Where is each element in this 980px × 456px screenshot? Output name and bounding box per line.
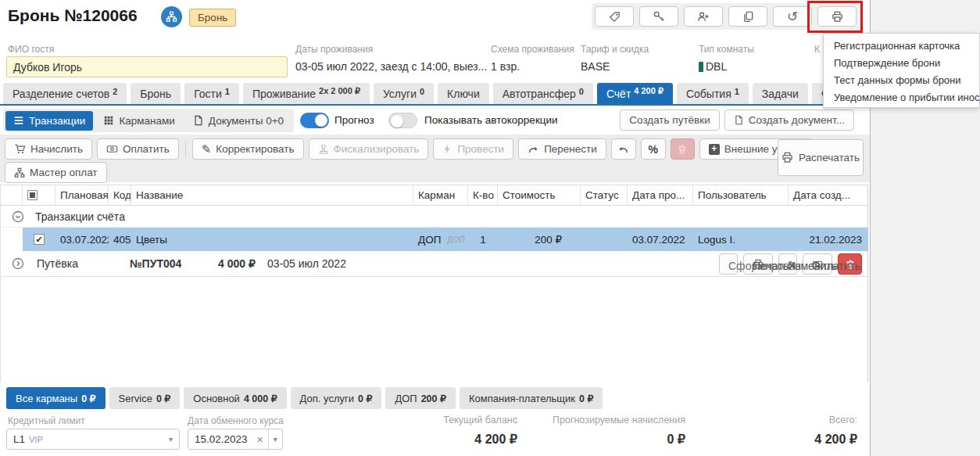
menu-item-booking-confirmation[interactable]: Подтверждение брони [824, 55, 979, 72]
tab-tasks[interactable]: Задачи [753, 83, 808, 104]
pocket-tab-extra-services[interactable]: Доп. услуги0 ₽ [291, 387, 382, 409]
voucher-row[interactable]: Путёвка №ПУТ004 4 000 ₽ 03-05 июл 2022 С… [1, 251, 867, 277]
scheme-value[interactable]: 1 взр. [491, 60, 520, 73]
actions-row-1: Начислить Оплатить ✎ Корректировать Фиск… [5, 138, 813, 160]
exchange-date-field[interactable]: 15.02.2023 × ▾ [188, 429, 283, 450]
pocket-tab-all[interactable]: Все карманы0 ₽ [6, 387, 106, 409]
tab-count: 0 [579, 87, 584, 96]
create-document-button[interactable]: Создать документ... [724, 110, 854, 131]
button-label: Распечатать [799, 152, 860, 163]
row-checkbox-cell[interactable] [23, 228, 55, 251]
tab-label: Автотрансфер [503, 88, 576, 100]
select-all-checkbox[interactable] [23, 185, 55, 205]
forecast-toggle[interactable] [300, 113, 329, 128]
column-cost[interactable]: Стоимость [498, 185, 581, 205]
stay-dates-label: Даты проживания [295, 44, 373, 55]
room-type-value[interactable]: DBL [699, 60, 727, 73]
discount-percent-button[interactable]: % [641, 138, 666, 160]
view-transactions-button[interactable]: Транзакции [5, 111, 93, 131]
keys-button[interactable] [639, 6, 678, 27]
tab-events[interactable]: События1 [677, 83, 749, 104]
transfer-button[interactable]: Перенести [518, 138, 606, 160]
pay-button[interactable]: Оплатить [97, 138, 179, 160]
chevron-down-icon: ▾ [169, 435, 173, 443]
column-posting-date[interactable]: Дата про... [628, 185, 693, 205]
tab-account[interactable]: Счёт4 200 ₽ [597, 83, 673, 104]
column-name[interactable]: Название [131, 185, 413, 205]
redo-arrow-icon [528, 144, 539, 155]
pocket-code: ДОП [418, 234, 441, 246]
delete-button-disabled[interactable] [671, 138, 695, 160]
header: Бронь №120066 Бронь [0, 0, 870, 36]
view-pockets-button[interactable]: Карманами [95, 111, 182, 131]
cell-code: 405 [109, 228, 131, 251]
tab-split-accounts[interactable]: Разделение счетов2 [3, 83, 127, 104]
stamp-icon [318, 144, 329, 155]
pocket-label: Все карманы [16, 393, 77, 404]
column-code[interactable]: Код [109, 185, 131, 205]
pocket-tab-service[interactable]: Service0 ₽ [109, 387, 181, 409]
menu-item-registration-card[interactable]: Регистрационная карточка [824, 38, 979, 55]
tab-accommodation[interactable]: Проживание2х 2 000 ₽ [243, 83, 370, 104]
pocket-tab-dop[interactable]: ДОП200 ₽ [385, 387, 456, 409]
group-row-account-transactions[interactable]: Транзакции счёта [1, 206, 867, 228]
add-guest-button[interactable] [684, 6, 723, 27]
copy-icon [742, 11, 754, 23]
tab-services[interactable]: Услуги0 [374, 83, 434, 104]
voucher-label: Путёвка [37, 257, 78, 270]
column-qty[interactable]: К-во [468, 185, 498, 205]
tab-count: 2х 2 000 ₽ [319, 86, 360, 96]
view-documents-button[interactable]: Документы 0+0 [185, 111, 291, 131]
history-button[interactable]: ↺ [773, 6, 812, 27]
stay-dates-value[interactable]: 03-05 июл 2022, заезд с 14:00, выез... [295, 60, 487, 73]
pocket-amount: 0 ₽ [156, 393, 170, 404]
post-button[interactable]: Провести [433, 138, 513, 160]
percent-icon: % [649, 143, 658, 156]
correct-button[interactable]: ✎ Корректировать [192, 138, 304, 160]
transactions-table: Плановая... Код Название Карман К-во Сто… [0, 185, 868, 382]
tab-count: 4 200 ₽ [634, 86, 663, 96]
cell-qty: 1 [468, 228, 498, 251]
print-account-button[interactable]: Распечатать [778, 139, 864, 176]
group-booking-icon[interactable] [161, 6, 182, 27]
create-buttons-group: Создать путёвки Создать документ... [620, 110, 854, 131]
current-balance-stat: Текущий баланс 4 200 ₽ [361, 415, 517, 447]
payment-master-button[interactable]: Мастер оплат [5, 162, 107, 183]
tab-label: Проживание [252, 88, 316, 100]
tariff-value[interactable]: BASE [581, 60, 610, 73]
charge-button[interactable]: Начислить [5, 138, 92, 160]
pocket-amount: 0 ₽ [81, 393, 95, 404]
column-status[interactable]: Статус [581, 185, 628, 205]
tab-booking[interactable]: Бронь [131, 83, 181, 104]
pocket-tab-payer-company[interactable]: Компания-плательщик0 ₽ [460, 387, 603, 409]
print-dropdown-menu: Регистрационная карточка Подтверждение б… [823, 33, 980, 108]
collapse-icon[interactable] [12, 210, 24, 223]
column-planned-date[interactable]: Плановая... [55, 185, 109, 205]
pocket-tab-main[interactable]: Основной4 000 ₽ [184, 387, 286, 409]
tab-guests[interactable]: Гости1 [184, 83, 239, 104]
stat-label: Всего: [740, 415, 857, 425]
guest-name-input[interactable] [6, 56, 288, 77]
fiscalize-button[interactable]: Фискализировать [309, 138, 429, 160]
chevron-down-icon[interactable]: ▾ [268, 429, 282, 449]
credit-limit-select[interactable]: L1 VIP ▾ [6, 429, 180, 450]
expand-icon[interactable] [12, 257, 24, 270]
column-pocket[interactable]: Карман [413, 185, 468, 205]
tags-button[interactable] [595, 6, 634, 27]
copy-button[interactable] [728, 6, 767, 27]
undo-button[interactable] [611, 138, 636, 160]
transaction-row-selected[interactable]: 03.07.2022 405 Цветы ДОПДОП 1 200 ₽ 03.0… [1, 228, 867, 251]
view-mode-switcher: Транзакции Карманами Документы 0+0 [3, 109, 294, 132]
column-user[interactable]: Пользователь [693, 185, 789, 205]
menu-item-booking-form-test[interactable]: Тест данных формы брони [824, 72, 979, 89]
clear-icon[interactable]: × [252, 433, 268, 446]
create-voucher-button[interactable]: Создать путёвки [620, 110, 719, 131]
checkbox-indeterminate-icon [27, 190, 38, 200]
column-created-date[interactable]: Дата созд... [789, 185, 868, 205]
tab-keys[interactable]: Ключи [438, 83, 489, 104]
autocorrection-toggle[interactable] [388, 113, 417, 128]
button-label: Оплатить [123, 143, 170, 155]
menu-item-foreigner-arrival-notice[interactable]: Уведомление о прибытии инос [824, 89, 979, 106]
tab-autotransfer[interactable]: Автотрансфер0 [493, 83, 593, 104]
cell-posting-date: 03.07.2022 [628, 228, 693, 251]
